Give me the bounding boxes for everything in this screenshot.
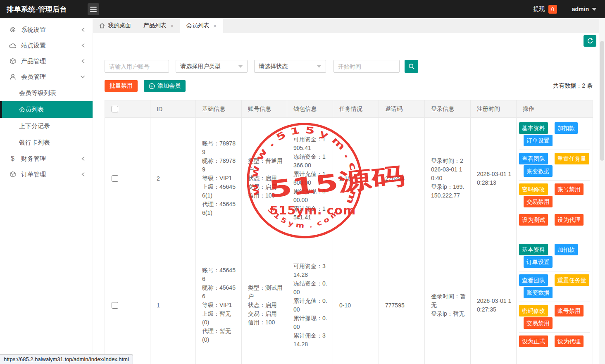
action-set-agent-button[interactable]: 设为代理 bbox=[555, 335, 584, 347]
sidebar-item-system-settings[interactable]: 系统设置 bbox=[0, 22, 93, 38]
close-icon[interactable]: × bbox=[170, 22, 174, 29]
sidebar-item-order-management[interactable]: 订单管理 bbox=[0, 167, 93, 182]
sidebar-item-points-record[interactable]: 上下分记录 bbox=[0, 118, 93, 134]
login-line: 登录ip：169.150.222.77 bbox=[431, 183, 466, 200]
action-order-settings-button[interactable]: 订单设置 bbox=[524, 135, 553, 146]
chevron-left-icon bbox=[81, 172, 85, 177]
action-reset-tasks-button[interactable]: 重置任务量 bbox=[555, 153, 589, 164]
sidebar-toggle-button[interactable] bbox=[88, 3, 99, 15]
filter-bar: 请选择用户类型 请选择状态 bbox=[105, 60, 605, 73]
sidebar-item-label: 系统设置 bbox=[21, 26, 46, 34]
refresh-button[interactable] bbox=[584, 35, 596, 47]
refresh-icon bbox=[587, 38, 593, 44]
add-member-button[interactable]: 添加会员 bbox=[144, 80, 186, 92]
task-status-cell: 2-10 bbox=[333, 118, 379, 239]
user-icon bbox=[9, 74, 16, 81]
sidebar-item-member-management[interactable]: 会员管理 bbox=[0, 69, 93, 85]
account-line: 信用：100 bbox=[248, 318, 283, 327]
sidebar-item-member-list[interactable]: 会员列表 bbox=[0, 101, 93, 118]
sidebar-item-label: 财务管理 bbox=[21, 155, 46, 163]
basic-line: 上级：暂无(0) bbox=[202, 309, 237, 327]
sidebar-item-finance-management[interactable]: $ 财务管理 bbox=[0, 151, 93, 167]
table-row: 1 账号：456456 昵称：456456 等级：VIP1 上级：暂无(0) 代… bbox=[105, 239, 593, 364]
sidebar-item-site-settings[interactable]: 站点设置 bbox=[0, 38, 93, 53]
row-checkbox[interactable] bbox=[112, 302, 118, 309]
action-balance-log-button[interactable]: 账变数据 bbox=[524, 165, 553, 177]
status-select[interactable]: 请选择状态 bbox=[254, 60, 326, 73]
actions-cell: 基本资料加扣款 订单设置 查看团队重置任务量 账变数据 密码修改账号禁用 交易禁… bbox=[517, 118, 593, 239]
account-line: 类型：测试用户 bbox=[248, 283, 283, 301]
tab-product-list[interactable]: 产品列表 × bbox=[137, 18, 180, 33]
sidebar-item-product-management[interactable]: 产品管理 bbox=[0, 53, 93, 69]
action-disable-account-button[interactable]: 账号禁用 bbox=[555, 183, 584, 195]
tab-member-list[interactable]: 会员列表 × bbox=[180, 18, 223, 33]
login-line: 登录时间：2026-03-01 10:40 bbox=[431, 157, 466, 183]
chevron-left-icon bbox=[81, 43, 85, 48]
chevron-down-icon bbox=[238, 65, 243, 68]
action-view-team-button[interactable]: 查看团队 bbox=[519, 274, 548, 286]
action-set-official-button[interactable]: 设为正式 bbox=[519, 335, 548, 347]
sidebar-item-member-level-list[interactable]: 会员等级列表 bbox=[0, 85, 93, 101]
basic-line: 昵称：456456 bbox=[202, 283, 237, 301]
cube-icon bbox=[9, 171, 16, 178]
cloud-icon bbox=[9, 42, 16, 49]
search-button[interactable] bbox=[405, 60, 418, 73]
caret-down-icon bbox=[592, 8, 597, 11]
task-status-cell: 0-10 bbox=[333, 239, 379, 364]
batch-disable-button[interactable]: 批量禁用 bbox=[105, 80, 138, 92]
action-reset-tasks-button[interactable]: 重置任务量 bbox=[555, 274, 589, 286]
action-basic-info-button[interactable]: 基本资料 bbox=[519, 122, 548, 134]
action-disable-account-button[interactable]: 账号禁用 bbox=[555, 305, 584, 316]
invite-code-cell: 276284 bbox=[379, 118, 425, 239]
action-disable-trade-button[interactable]: 交易禁用 bbox=[524, 196, 553, 207]
action-change-password-button[interactable]: 密码修改 bbox=[519, 305, 548, 316]
close-icon[interactable]: × bbox=[213, 22, 217, 29]
action-view-team-button[interactable]: 查看团队 bbox=[519, 153, 548, 164]
status-url-bubble: https://685.2.haiwaiym31.top/admin/Index… bbox=[0, 354, 133, 364]
scrollbar-thumb[interactable] bbox=[600, 41, 604, 161]
action-balance-log-button[interactable]: 账变数据 bbox=[524, 287, 553, 298]
action-group: 查看团队重置任务量 账变数据 bbox=[519, 271, 590, 302]
start-time-input[interactable] bbox=[333, 60, 400, 73]
register-time-text: 2026-03-01 10:27:35 bbox=[477, 297, 512, 314]
action-change-password-button[interactable]: 密码修改 bbox=[519, 183, 548, 195]
action-disable-trade-button[interactable]: 交易禁用 bbox=[524, 317, 553, 329]
row-checkbox[interactable] bbox=[112, 175, 118, 182]
withdraw-count-badge: 0 bbox=[548, 5, 557, 14]
action-set-test-button[interactable]: 设为测试 bbox=[519, 214, 548, 226]
sidebar-item-label: 站点设置 bbox=[21, 42, 46, 50]
id-cell: 2 bbox=[150, 118, 196, 239]
sidebar-item-bank-card-list[interactable]: 银行卡列表 bbox=[0, 134, 93, 151]
toolbar: 批量禁用 添加会员 共有数据：2 条 bbox=[105, 80, 593, 92]
chevron-down-icon bbox=[317, 65, 322, 68]
account-line: 交易：启用 bbox=[248, 309, 283, 318]
select-all-checkbox[interactable] bbox=[112, 106, 118, 112]
tab-my-desktop[interactable]: 我的桌面 bbox=[93, 18, 137, 33]
table-row: 2 账号：789789 昵称：789789 等级：VIP1 上级：456456(… bbox=[105, 118, 593, 239]
app-title: 排单系统-管理后台 bbox=[7, 5, 67, 14]
admin-username: admin bbox=[572, 6, 589, 12]
sidebar: 系统设置 站点设置 产品管理 会员管理 会员等级列表 会员列表 bbox=[0, 18, 93, 364]
sidebar-item-label: 产品管理 bbox=[21, 57, 46, 65]
cube-icon bbox=[9, 58, 16, 65]
action-basic-info-button[interactable]: 基本资料 bbox=[519, 244, 548, 255]
basic-line: 等级：VIP1 bbox=[202, 174, 237, 183]
account-search-input[interactable] bbox=[105, 60, 169, 73]
action-order-settings-button[interactable]: 订单设置 bbox=[524, 256, 553, 268]
wallet-line: 累计充值：1500.00 bbox=[293, 170, 329, 187]
scrollbar-track[interactable] bbox=[599, 18, 605, 364]
basic-line: 代理：暂无(0) bbox=[202, 327, 237, 344]
member-table-wrapper: ID 基础信息 账号信息 钱包信息 任务情况 邀请码 登录信息 注册时间 操作 … bbox=[105, 100, 605, 364]
account-line: 状态：启用 bbox=[248, 301, 283, 309]
content-panel: 请选择用户类型 请选择状态 批量禁用 添加会员 共有数据：2 条 bbox=[93, 33, 605, 364]
action-add-deduct-button[interactable]: 加扣款 bbox=[555, 122, 578, 134]
action-set-agent-button[interactable]: 设为代理 bbox=[555, 214, 584, 226]
withdraw-link[interactable]: 提现 0 bbox=[534, 5, 557, 14]
account-info-cell: 类型：测试用户 状态：启用 交易：启用 信用：100 bbox=[242, 239, 287, 364]
user-type-select[interactable]: 请选择用户类型 bbox=[176, 60, 248, 73]
admin-user-menu[interactable]: admin bbox=[572, 6, 597, 12]
login-line: 登录ip：暂无 bbox=[431, 309, 466, 318]
home-icon bbox=[99, 23, 105, 29]
col-header-register-time: 注册时间 bbox=[471, 100, 517, 118]
action-add-deduct-button[interactable]: 加扣款 bbox=[555, 244, 578, 255]
